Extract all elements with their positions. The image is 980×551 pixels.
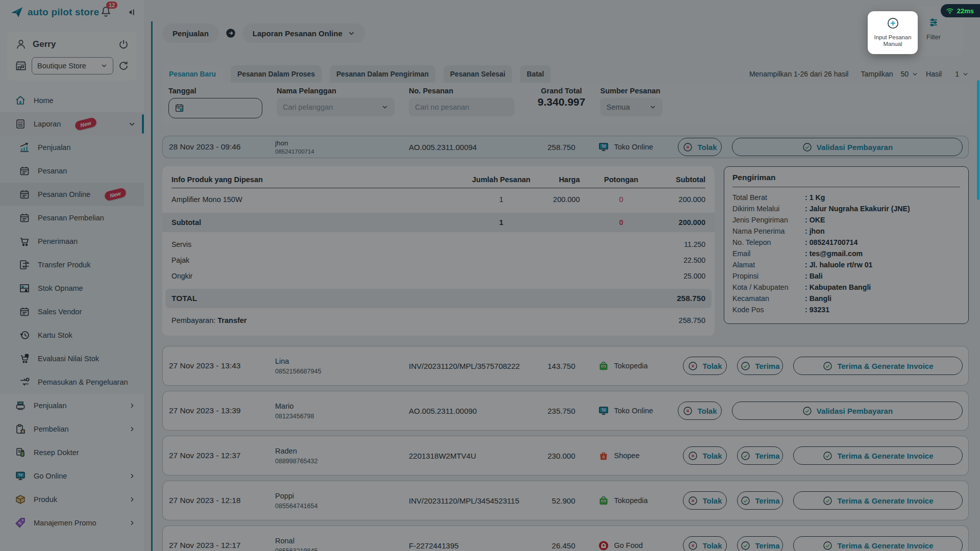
order-date: 28 Nov 2023 - 09:46 <box>169 142 275 152</box>
order-number-input[interactable] <box>409 98 514 116</box>
terima-button[interactable]: Terima <box>737 491 783 510</box>
sidebar-item-pesanan[interactable]: Pesanan <box>0 159 144 183</box>
sidebar-item-penerimaan[interactable]: Penerimaan <box>0 230 144 253</box>
clipboard-icon <box>14 423 27 435</box>
terima-button[interactable]: Terima <box>737 536 783 551</box>
prescription-icon <box>14 446 27 459</box>
sidebar-item-evaluasi-nilai-stok[interactable]: RP Evaluasi Nilai Stok <box>0 347 144 370</box>
breadcrumb-parent[interactable]: Penjualan <box>162 23 219 43</box>
terima-generate-invoice-button[interactable]: Terima & Generate Invoice <box>793 357 963 375</box>
tab-label: Batal <box>527 70 544 78</box>
terima-generate-invoice-button[interactable]: Terima & Generate Invoice <box>793 491 963 510</box>
date-input[interactable] <box>168 98 262 118</box>
order-row[interactable]: 27 Nov 2023 - 12:18 Poppi 085564741654 I… <box>162 481 969 520</box>
source-select-value: Semua <box>606 103 630 111</box>
tab-pesanan-selesai[interactable]: Pesanan Selesai <box>444 65 512 83</box>
payment-label: Pembayaran: <box>172 316 215 324</box>
tab-pesanan-dalam-pengiriman[interactable]: Pesanan Dalam Pengiriman <box>330 65 435 83</box>
terima-generate-invoice-button[interactable]: Terima & Generate Invoice <box>793 446 963 465</box>
filter-label: No. Pesanan <box>409 87 514 95</box>
tolak-button[interactable]: Tolak <box>678 138 722 156</box>
tolak-button[interactable]: Tolak <box>683 491 727 510</box>
sidebar-item-pesanan-online[interactable]: Pesanan Online New <box>0 183 144 206</box>
order-total: 235.750 <box>526 407 575 415</box>
terima-generate-invoice-button[interactable]: Terima & Generate Invoice <box>793 536 963 551</box>
check-circle-icon <box>822 540 833 551</box>
tolak-button[interactable]: Tolak <box>683 536 727 551</box>
chevron-down-icon <box>912 71 918 78</box>
order-row[interactable]: 27 Nov 2023 - 13:43 Lina 0852156687945 I… <box>162 346 969 386</box>
tab-pesanan-baru[interactable]: Pesanan Baru <box>162 65 223 83</box>
check-circle-icon <box>802 142 813 153</box>
terima-button[interactable]: Terima <box>737 446 783 465</box>
shipping-title: Pengiriman <box>732 173 960 187</box>
shelf-icon <box>18 282 31 294</box>
sidebar-item-penjualan[interactable]: Penjualan <box>0 394 144 417</box>
customer-select[interactable]: Cari pelanggan <box>277 98 395 116</box>
check-circle-icon <box>802 406 813 416</box>
input-pesanan-manual-button[interactable]: Input Pesanan Manual <box>868 11 918 54</box>
total-label: TOTAL <box>172 294 663 303</box>
button-label: Terima & Generate Invoice <box>837 362 933 370</box>
logout-icon[interactable] <box>117 38 130 51</box>
sidebar-item-label: Produk <box>34 495 57 504</box>
order-date: 27 Nov 2023 - 13:43 <box>169 361 275 370</box>
order-row[interactable]: 27 Nov 2023 - 12:37 Raden 088998765432 2… <box>162 436 969 475</box>
refresh-icon[interactable] <box>117 60 130 72</box>
validasi-pembayaran-button[interactable]: Validasi Pembayaran <box>732 402 963 420</box>
customer-phone: 085241700714 <box>275 148 409 155</box>
sidebar-item-stok-opname[interactable]: Stok Opname <box>0 277 144 300</box>
tab-batal[interactable]: Batal <box>520 65 551 83</box>
tolak-button[interactable]: Tolak <box>683 446 727 465</box>
sidebar-item-label: Stok Opname <box>38 284 83 292</box>
sidebar-item-pembelian[interactable]: Pembelian <box>0 417 144 441</box>
chevron-down-icon <box>381 104 388 111</box>
sidebar-item-home[interactable]: Home <box>0 89 144 112</box>
tab-label: Pesanan Baru <box>169 70 216 78</box>
order-row[interactable]: 27 Nov 2023 - 12:17 Ronal 085563219845 F… <box>162 525 969 551</box>
sidebar-item-label: Home <box>34 96 54 105</box>
notifications-button[interactable]: 12 <box>100 5 112 20</box>
button-label: Terima <box>755 541 779 550</box>
calendar-icon <box>18 188 31 201</box>
app-logo: auto pilot store <box>10 6 99 19</box>
chevron-right-icon <box>129 472 136 480</box>
page-size-select[interactable]: 50 <box>901 70 919 78</box>
customer-name: Mario <box>275 402 409 410</box>
tab-pesanan-dalam-proses[interactable]: Pesanan Dalam Proses <box>231 65 322 83</box>
sidebar-item-manajemen-promo[interactable]: % Manajemen Promo <box>0 511 144 535</box>
order-row[interactable]: 27 Nov 2023 - 13:39 Mario 08123456798 AO… <box>162 391 969 431</box>
sidebar-item-resep-dokter[interactable]: Resep Dokter <box>0 441 144 464</box>
grand-total-value: 9.340.997 <box>537 96 585 108</box>
svg-text:%: % <box>18 521 22 525</box>
button-label: Terima <box>755 362 779 370</box>
tolak-button[interactable]: Tolak <box>678 402 722 420</box>
scrollbar[interactable] <box>977 80 979 200</box>
notification-count-badge: 12 <box>106 2 117 9</box>
wifi-icon <box>945 6 954 15</box>
order-row[interactable]: 28 Nov 2023 - 09:46 jhon 085241700714 AO… <box>162 136 969 158</box>
sidebar-item-label: Evaluasi Nilai Stok <box>38 355 99 363</box>
sidebar-item-laporan[interactable]: Laporan New <box>0 112 144 136</box>
sidebar-item-kartu-stok[interactable]: Kartu Stok <box>0 323 144 347</box>
breadcrumb-current[interactable]: Laporan Pesanan Online <box>242 23 365 43</box>
sidebar-item-penjualan-laporan[interactable]: Penjualan <box>0 136 144 159</box>
validasi-pembayaran-button[interactable]: Validasi Pembayaran <box>732 138 963 156</box>
sidebar-item-transfer-produk[interactable]: Transfer Produk <box>0 253 144 277</box>
order-total: 26.450 <box>526 541 575 550</box>
source-select[interactable]: Semua <box>600 98 663 116</box>
store-select[interactable]: Boutique Store <box>32 57 113 74</box>
filter-button[interactable]: Filter <box>916 16 951 41</box>
tolak-button[interactable]: Tolak <box>683 357 727 375</box>
shipping-panel: Pengiriman Total Berat1 Kg Dikirim Melal… <box>724 166 969 324</box>
sidebar-item-go-online[interactable]: Go Online <box>0 464 144 488</box>
grand-total-label: Grand Total <box>541 87 582 95</box>
customer-name: Lina <box>275 357 409 365</box>
sidebar-item-pemasukan-pengeluaran[interactable]: Pemasukan & Pengeluaran <box>0 370 144 394</box>
page-select[interactable]: 1 <box>955 70 969 78</box>
sidebar-item-produk[interactable]: Produk <box>0 488 144 511</box>
sidebar-item-pesanan-pembelian[interactable]: Pesanan Pembelian <box>0 206 144 230</box>
collapse-sidebar-icon[interactable] <box>126 7 137 18</box>
sidebar-item-sales-vendor[interactable]: Sales Vendor <box>0 300 144 323</box>
terima-button[interactable]: Terima <box>737 357 783 375</box>
